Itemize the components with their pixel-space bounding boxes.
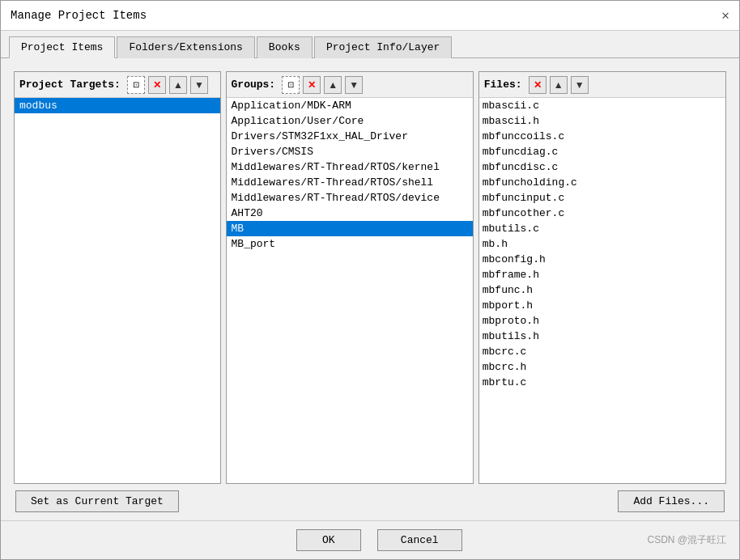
groups-down-button[interactable]: ▼ [345, 76, 363, 94]
add-files-button[interactable]: Add Files... [618, 490, 725, 512]
main-window: Manage Project Items ✕ Project ItemsFold… [0, 0, 740, 560]
footer-buttons: OK Cancel [111, 529, 647, 551]
close-button[interactable]: ✕ [721, 7, 729, 23]
title-bar: Manage Project Items ✕ [1, 1, 739, 31]
window-title: Manage Project Items [11, 9, 147, 22]
group-item[interactable]: Middlewares/RT-Thread/RTOS/device [227, 190, 473, 206]
main-content: Project Targets: ⊡ ✕ ▲ ▼ modbus Groups: … [1, 58, 739, 520]
group-item[interactable]: Drivers/CMSIS [227, 144, 473, 159]
panel-files: Files: ✕ ▲ ▼ mbascii.cmbascii.hmbfunccoi… [478, 71, 726, 484]
file-item[interactable]: mbfuncdiag.c [479, 144, 725, 159]
tabs-bar: Project ItemsFolders/ExtensionsBooksProj… [1, 31, 739, 58]
file-item[interactable]: mbcrc.c [479, 344, 725, 359]
file-item[interactable]: mbascii.c [479, 98, 725, 113]
file-item[interactable]: mbframe.h [479, 267, 725, 282]
file-item[interactable]: mbascii.h [479, 113, 725, 129]
group-item[interactable]: Middlewares/RT-Thread/RTOS/kernel [227, 159, 473, 175]
group-item[interactable]: Middlewares/RT-Thread/RTOS/shell [227, 175, 473, 190]
file-item[interactable]: mbfunccoils.c [479, 129, 725, 144]
group-item[interactable]: AHT20 [227, 206, 473, 221]
file-item[interactable]: mbrtu.c [479, 375, 725, 390]
files-list[interactable]: mbascii.cmbascii.hmbfunccoils.cmbfuncdia… [479, 98, 725, 483]
tab-books[interactable]: Books [257, 36, 313, 58]
file-item[interactable]: mbfunc.h [479, 282, 725, 298]
panel-targets-header: Project Targets: ⊡ ✕ ▲ ▼ [15, 72, 220, 98]
targets-list[interactable]: modbus [15, 98, 220, 483]
groups-new-button[interactable]: ⊡ [282, 76, 300, 94]
targets-down-button[interactable]: ▼ [190, 76, 208, 94]
tab-folders-extensions[interactable]: Folders/Extensions [117, 36, 254, 58]
group-item[interactable]: Application/User/Core [227, 113, 473, 129]
footer: OK Cancel CSDN @混子旺江 [1, 520, 739, 559]
file-item[interactable]: mbport.h [479, 298, 725, 313]
files-delete-button[interactable]: ✕ [529, 76, 546, 94]
file-item[interactable]: mbfuncholding.c [479, 175, 725, 190]
targets-new-button[interactable]: ⊡ [127, 76, 145, 94]
group-item[interactable]: Drivers/STM32F1xx_HAL_Driver [227, 129, 473, 144]
group-item[interactable]: MB_port [227, 236, 473, 252]
panel-groups-header: Groups: ⊡ ✕ ▲ ▼ [227, 72, 473, 98]
groups-up-button[interactable]: ▲ [324, 76, 342, 94]
panel-groups-title: Groups: [232, 78, 276, 91]
targets-up-button[interactable]: ▲ [169, 76, 187, 94]
files-down-button[interactable]: ▼ [571, 76, 589, 94]
file-item[interactable]: mbfuncinput.c [479, 190, 725, 206]
files-up-button[interactable]: ▲ [550, 76, 568, 94]
ok-button[interactable]: OK [296, 529, 361, 551]
file-item[interactable]: mbutils.h [479, 329, 725, 344]
file-item[interactable]: mbutils.c [479, 221, 725, 236]
panel-files-header: Files: ✕ ▲ ▼ [479, 72, 725, 98]
panel-groups: Groups: ⊡ ✕ ▲ ▼ Application/MDK-ARMAppli… [226, 71, 474, 484]
set-target-button[interactable]: Set as Current Target [15, 490, 179, 512]
file-item[interactable]: mbconfig.h [479, 252, 725, 267]
target-item[interactable]: modbus [15, 98, 220, 113]
panels-row: Project Targets: ⊡ ✕ ▲ ▼ modbus Groups: … [14, 71, 726, 484]
group-item[interactable]: MB [227, 221, 473, 236]
tab-project-items[interactable]: Project Items [9, 36, 115, 58]
file-item[interactable]: mbcrc.h [479, 359, 725, 375]
targets-delete-button[interactable]: ✕ [148, 76, 166, 94]
group-item[interactable]: Application/MDK-ARM [227, 98, 473, 113]
panel-targets-title: Project Targets: [19, 78, 121, 91]
watermark: CSDN @混子旺江 [647, 533, 726, 547]
tab-project-info-layer[interactable]: Project Info/Layer [314, 36, 452, 58]
cancel-button[interactable]: Cancel [377, 529, 462, 551]
bottom-actions: Set as Current Target Add Files... [14, 490, 726, 512]
file-item[interactable]: mbfuncdisc.c [479, 159, 725, 175]
file-item[interactable]: mb.h [479, 236, 725, 252]
panel-files-title: Files: [484, 78, 522, 91]
file-item[interactable]: mbfuncother.c [479, 206, 725, 221]
groups-list[interactable]: Application/MDK-ARMApplication/User/Core… [227, 98, 473, 483]
panel-targets: Project Targets: ⊡ ✕ ▲ ▼ modbus [14, 71, 221, 484]
groups-delete-button[interactable]: ✕ [303, 76, 321, 94]
file-item[interactable]: mbproto.h [479, 313, 725, 329]
